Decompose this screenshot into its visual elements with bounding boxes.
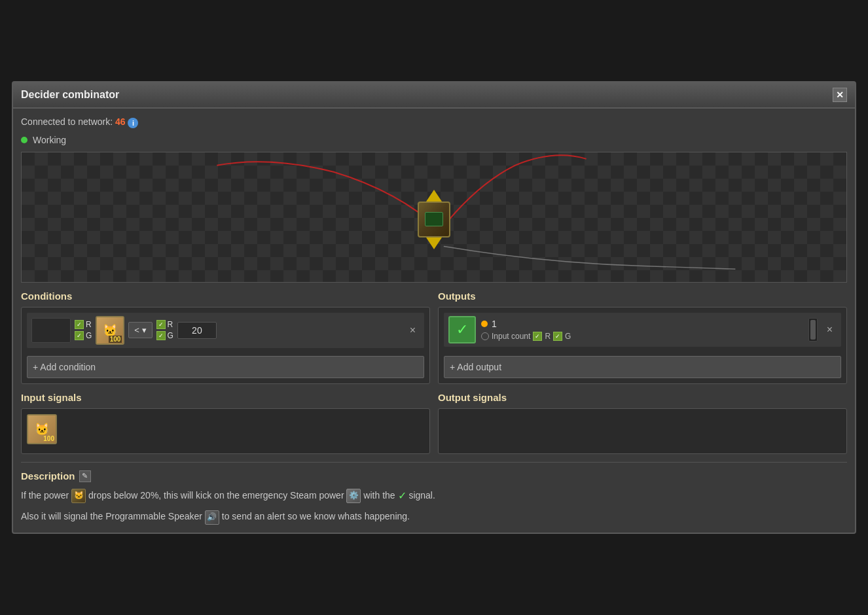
decider-combinator-window: Decider combinator ✕ Connected to networ…: [12, 81, 856, 533]
desc-line2-start: Also it will signal the Programmable Spe…: [21, 511, 202, 521]
network-number: 46: [115, 116, 126, 127]
conditions-outputs-row: Conditions ✓ R ✓ G: [21, 290, 847, 384]
input-signals-section: Input signals 🐱 100: [21, 392, 430, 454]
description-section: Description ✎ If the power 🐱 drops below…: [21, 462, 847, 525]
close-button[interactable]: ✕: [833, 88, 847, 102]
output-line1: 1: [481, 319, 803, 329]
orange-dot: [481, 321, 488, 327]
output-remove-button[interactable]: ×: [823, 323, 837, 337]
description-title: Description: [21, 470, 75, 482]
cb-row-g2: ✓ G: [156, 331, 173, 340]
conditions-box: ✓ R ✓ G 🐱 100: [21, 307, 430, 384]
output-cb-g-label: G: [565, 332, 571, 341]
cb-r2-label: R: [168, 320, 173, 329]
input-count-label: Input count: [492, 332, 530, 341]
cb-row-r: ✓ R: [75, 320, 92, 329]
combinator-top-triangle: [426, 190, 442, 202]
window-content: Connected to network: 46 i Working: [13, 109, 855, 532]
desc-line1-end: signal.: [408, 489, 435, 500]
desc-line2: Also it will signal the Programmable Spe…: [21, 509, 847, 524]
description-title-row: Description ✎: [21, 470, 847, 482]
preview-area: [21, 152, 847, 283]
checkbox-r[interactable]: ✓: [75, 320, 84, 329]
check-inline-icon: ✓: [398, 487, 407, 504]
conditions-section: Conditions ✓ R ✓ G: [21, 290, 430, 384]
desc-with-the: with the: [363, 489, 395, 500]
condition-row: ✓ R ✓ G 🐱 100: [27, 313, 424, 348]
status-label: Working: [33, 135, 66, 145]
input-signal-cat: 🐱 100: [27, 414, 57, 444]
output-value: 1: [492, 319, 497, 329]
combinator-body: [418, 202, 450, 237]
condition-checkboxes-right: ✓ R ✓ G: [156, 320, 173, 340]
speaker-icon: 🔊: [205, 510, 219, 525]
checkbox-g[interactable]: ✓: [75, 331, 84, 340]
title-bar: Decider combinator ✕: [13, 82, 855, 109]
scroll-thumb: [810, 320, 816, 340]
cb-g2-label: G: [168, 331, 173, 340]
signals-row: Input signals 🐱 100 Output signals: [21, 392, 847, 454]
edit-description-button[interactable]: ✎: [79, 470, 91, 482]
output-checkmark: ✓: [448, 316, 476, 343]
cb-g-label: G: [86, 331, 92, 340]
scroll-indicator: [808, 318, 818, 342]
checkbox-r2[interactable]: ✓: [156, 320, 166, 329]
steam-icon: ⚙️: [346, 489, 361, 503]
status-row: Working: [21, 135, 847, 145]
conditions-title: Conditions: [21, 290, 430, 302]
output-signals-area: [438, 408, 847, 454]
output-cb-r[interactable]: ✓: [533, 332, 542, 341]
network-info: Connected to network: 46 i: [21, 116, 847, 128]
info-icon[interactable]: i: [128, 118, 138, 128]
outputs-box: ✓ 1 Input count ✓ R: [438, 307, 847, 384]
outputs-title: Outputs: [438, 290, 847, 302]
output-signals-section: Output signals: [438, 392, 847, 454]
power-icon: 🐱: [71, 489, 86, 503]
add-output-button[interactable]: + Add output: [444, 356, 841, 378]
cb-r-label: R: [86, 320, 92, 329]
signal-value: 100: [109, 336, 122, 343]
output-cb-r-label: R: [545, 332, 551, 341]
description-text: If the power 🐱 drops below 20%, this wil…: [21, 487, 847, 525]
input-signals-title: Input signals: [21, 392, 430, 403]
output-details: 1 Input count ✓ R ✓ G: [481, 319, 803, 341]
network-label: Connected to network:: [21, 116, 113, 127]
condition-left-slot[interactable]: [31, 318, 71, 343]
add-condition-button[interactable]: + Add condition: [27, 356, 424, 378]
condition-value-input[interactable]: [177, 322, 217, 339]
cb-row-r2: ✓ R: [156, 320, 173, 329]
input-signal-value: 100: [43, 435, 54, 442]
desc-line1: If the power 🐱 drops below 20%, this wil…: [21, 487, 847, 504]
desc-line1-mid: drops below 20%, this will kick on the e…: [88, 489, 344, 500]
combinator-screen: [425, 212, 443, 226]
condition-remove-button[interactable]: ×: [406, 323, 420, 338]
output-signals-title: Output signals: [438, 392, 847, 403]
checkbox-g2[interactable]: ✓: [156, 331, 166, 340]
status-dot: [21, 137, 27, 143]
output-line2: Input count ✓ R ✓ G: [481, 332, 803, 341]
desc-line1-start: If the power: [21, 489, 69, 500]
radio-input-count[interactable]: [481, 332, 489, 340]
cb-row-g: ✓ G: [75, 331, 92, 340]
desc-line2-end: to send an alert so we know whats happen…: [222, 511, 410, 521]
window-title: Decider combinator: [21, 89, 119, 101]
output-row: ✓ 1 Input count ✓ R: [444, 313, 841, 347]
operator-button[interactable]: < ▾: [128, 322, 152, 338]
condition-checkboxes-left: ✓ R ✓ G: [75, 320, 92, 340]
combinator-icon: [414, 190, 454, 236]
input-signals-area: 🐱 100: [21, 408, 430, 454]
output-cb-g[interactable]: ✓: [553, 332, 562, 341]
signal-icon-cat[interactable]: 🐱 100: [96, 316, 124, 345]
combinator-bottom-triangle: [426, 237, 442, 249]
outputs-section: Outputs ✓ 1 Input: [438, 290, 847, 384]
